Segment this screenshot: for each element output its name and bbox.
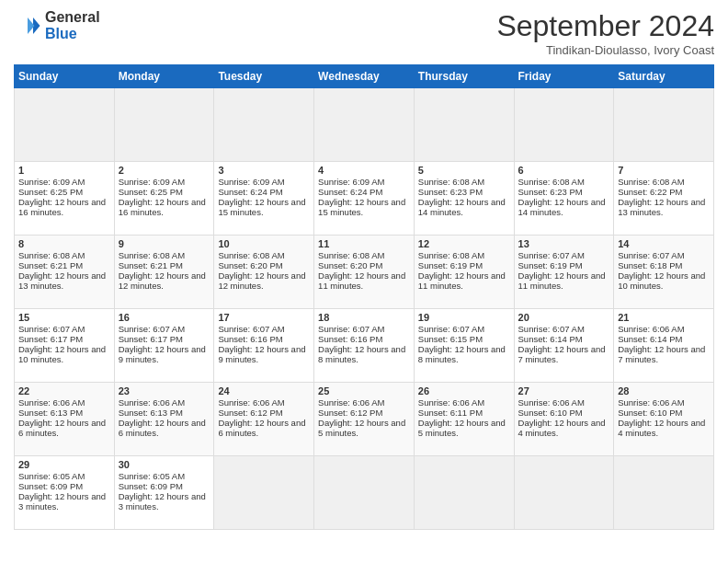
sunset-label: Sunset: 6:09 PM	[119, 481, 183, 491]
sunset-label: Sunset: 6:20 PM	[318, 260, 382, 270]
day-cell: 17Sunrise: 6:07 AMSunset: 6:16 PMDayligh…	[214, 309, 314, 383]
logo-general-text: General	[45, 9, 100, 26]
daylight-label: Daylight: 12 hours and 11 minutes.	[318, 270, 405, 291]
daylight-label: Daylight: 12 hours and 15 minutes.	[218, 197, 305, 217]
daylight-label: Daylight: 12 hours and 8 minutes.	[418, 344, 506, 364]
sunset-label: Sunset: 6:23 PM	[418, 187, 483, 197]
daylight-label: Daylight: 12 hours and 11 minutes.	[418, 270, 506, 291]
sunrise-label: Sunrise: 6:06 AM	[18, 397, 85, 408]
day-number: 15	[18, 312, 110, 323]
week-row-4: 22Sunrise: 6:06 AMSunset: 6:13 PMDayligh…	[15, 383, 714, 456]
day-cell	[514, 456, 614, 530]
sunrise-label: Sunrise: 6:08 AM	[218, 250, 284, 260]
day-number: 18	[318, 312, 410, 323]
daylight-label: Daylight: 12 hours and 8 minutes.	[318, 344, 405, 364]
sunrise-label: Sunrise: 6:07 AM	[418, 324, 484, 334]
day-number: 3	[218, 165, 310, 176]
daylight-label: Daylight: 12 hours and 10 minutes.	[618, 270, 705, 291]
location-subtitle: Tindikan-Dioulasso, Ivory Coast	[496, 43, 714, 57]
sunrise-label: Sunrise: 6:09 AM	[119, 177, 185, 187]
day-number: 21	[618, 312, 710, 323]
day-cell: 30Sunrise: 6:05 AMSunset: 6:09 PMDayligh…	[114, 456, 214, 530]
daylight-label: Daylight: 12 hours and 16 minutes.	[119, 197, 206, 217]
day-number: 20	[518, 312, 610, 323]
sunset-label: Sunset: 6:17 PM	[119, 334, 183, 344]
daylight-label: Daylight: 12 hours and 6 minutes.	[18, 418, 106, 438]
day-cell: 11Sunrise: 6:08 AMSunset: 6:20 PMDayligh…	[314, 236, 415, 309]
sunset-label: Sunset: 6:24 PM	[218, 187, 282, 197]
sunrise-label: Sunrise: 6:08 AM	[418, 250, 484, 260]
week-row-1: 1Sunrise: 6:09 AMSunset: 6:25 PMDaylight…	[15, 162, 714, 236]
day-cell	[514, 88, 614, 162]
sunrise-label: Sunrise: 6:08 AM	[418, 177, 484, 187]
sunrise-label: Sunrise: 6:06 AM	[119, 397, 185, 408]
day-cell: 7Sunrise: 6:08 AMSunset: 6:22 PMDaylight…	[614, 162, 714, 236]
header-saturday: Saturday	[614, 65, 714, 88]
header-row: Sunday Monday Tuesday Wednesday Thursday…	[15, 65, 714, 88]
week-row-5: 29Sunrise: 6:05 AMSunset: 6:09 PMDayligh…	[15, 456, 714, 530]
week-row-2: 8Sunrise: 6:08 AMSunset: 6:21 PMDaylight…	[15, 236, 714, 309]
sunset-label: Sunset: 6:12 PM	[218, 408, 282, 418]
day-cell: 24Sunrise: 6:06 AMSunset: 6:12 PMDayligh…	[214, 383, 314, 456]
daylight-label: Daylight: 12 hours and 13 minutes.	[618, 197, 705, 217]
sunset-label: Sunset: 6:20 PM	[218, 260, 282, 270]
sunrise-label: Sunrise: 6:07 AM	[318, 324, 384, 334]
sunset-label: Sunset: 6:25 PM	[18, 187, 83, 197]
day-number: 10	[218, 238, 310, 249]
logo-blue-text: Blue	[45, 26, 100, 42]
day-cell: 2Sunrise: 6:09 AMSunset: 6:25 PMDaylight…	[114, 162, 214, 236]
daylight-label: Daylight: 12 hours and 5 minutes.	[418, 418, 506, 438]
day-cell	[214, 88, 314, 162]
day-cell	[314, 456, 415, 530]
daylight-label: Daylight: 12 hours and 10 minutes.	[18, 344, 106, 364]
day-number: 29	[18, 459, 110, 470]
daylight-label: Daylight: 12 hours and 6 minutes.	[218, 418, 305, 438]
day-number: 9	[119, 238, 210, 249]
sunset-label: Sunset: 6:24 PM	[318, 187, 382, 197]
sunrise-label: Sunrise: 6:06 AM	[318, 397, 384, 408]
day-cell: 9Sunrise: 6:08 AMSunset: 6:21 PMDaylight…	[114, 236, 214, 309]
day-number: 8	[18, 238, 110, 249]
sunrise-label: Sunrise: 6:07 AM	[618, 250, 684, 260]
day-number: 25	[318, 385, 410, 396]
day-cell: 5Sunrise: 6:08 AMSunset: 6:23 PMDaylight…	[414, 162, 514, 236]
week-row-0	[15, 88, 714, 162]
sunrise-label: Sunrise: 6:07 AM	[119, 324, 185, 334]
day-number: 7	[618, 165, 710, 176]
day-cell: 12Sunrise: 6:08 AMSunset: 6:19 PMDayligh…	[414, 236, 514, 309]
day-cell: 22Sunrise: 6:06 AMSunset: 6:13 PMDayligh…	[15, 383, 115, 456]
day-number: 4	[318, 165, 410, 176]
day-number: 30	[119, 459, 210, 470]
sunset-label: Sunset: 6:22 PM	[618, 187, 682, 197]
sunset-label: Sunset: 6:25 PM	[119, 187, 183, 197]
calendar-table: Sunday Monday Tuesday Wednesday Thursday…	[14, 64, 714, 530]
sunset-label: Sunset: 6:17 PM	[18, 334, 83, 344]
daylight-label: Daylight: 12 hours and 11 minutes.	[518, 270, 606, 291]
day-number: 11	[318, 238, 410, 249]
day-cell	[114, 88, 214, 162]
sunrise-label: Sunrise: 6:08 AM	[18, 250, 85, 260]
sunset-label: Sunset: 6:13 PM	[18, 408, 83, 418]
sunrise-label: Sunrise: 6:06 AM	[618, 397, 684, 408]
day-cell: 25Sunrise: 6:06 AMSunset: 6:12 PMDayligh…	[314, 383, 415, 456]
day-cell: 8Sunrise: 6:08 AMSunset: 6:21 PMDaylight…	[15, 236, 115, 309]
day-cell: 26Sunrise: 6:06 AMSunset: 6:11 PMDayligh…	[414, 383, 514, 456]
logo-icon	[14, 12, 41, 40]
sunrise-label: Sunrise: 6:06 AM	[618, 324, 684, 334]
sunset-label: Sunset: 6:21 PM	[119, 260, 183, 270]
header-tuesday: Tuesday	[214, 65, 314, 88]
sunrise-label: Sunrise: 6:07 AM	[218, 324, 284, 334]
day-number: 14	[618, 238, 710, 249]
title-block: September 2024 Tindikan-Dioulasso, Ivory…	[496, 9, 714, 57]
sunrise-label: Sunrise: 6:09 AM	[18, 177, 85, 187]
day-cell	[214, 456, 314, 530]
day-cell: 4Sunrise: 6:09 AMSunset: 6:24 PMDaylight…	[314, 162, 415, 236]
day-cell: 18Sunrise: 6:07 AMSunset: 6:16 PMDayligh…	[314, 309, 415, 383]
sunrise-label: Sunrise: 6:08 AM	[518, 177, 585, 187]
daylight-label: Daylight: 12 hours and 4 minutes.	[518, 418, 606, 438]
day-number: 27	[518, 385, 610, 396]
daylight-label: Daylight: 12 hours and 14 minutes.	[418, 197, 506, 217]
sunrise-label: Sunrise: 6:07 AM	[18, 324, 85, 334]
sunrise-label: Sunrise: 6:05 AM	[18, 471, 85, 481]
logo-text: General Blue	[45, 9, 100, 41]
